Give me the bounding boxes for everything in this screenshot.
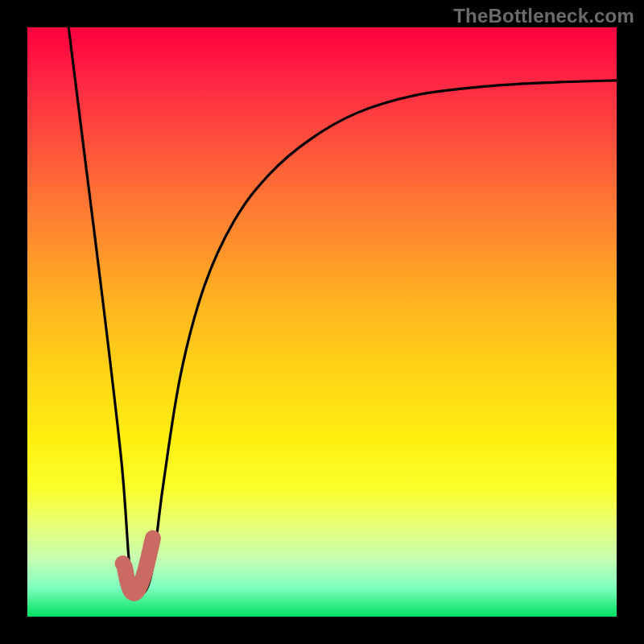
bottleneck-curve	[68, 27, 617, 593]
marker-dot	[115, 555, 131, 572]
plot-area	[27, 27, 617, 617]
curve-layer	[27, 27, 617, 617]
watermark-text: TheBottleneck.com	[453, 5, 634, 27]
chart-frame: TheBottleneck.com	[0, 0, 644, 644]
